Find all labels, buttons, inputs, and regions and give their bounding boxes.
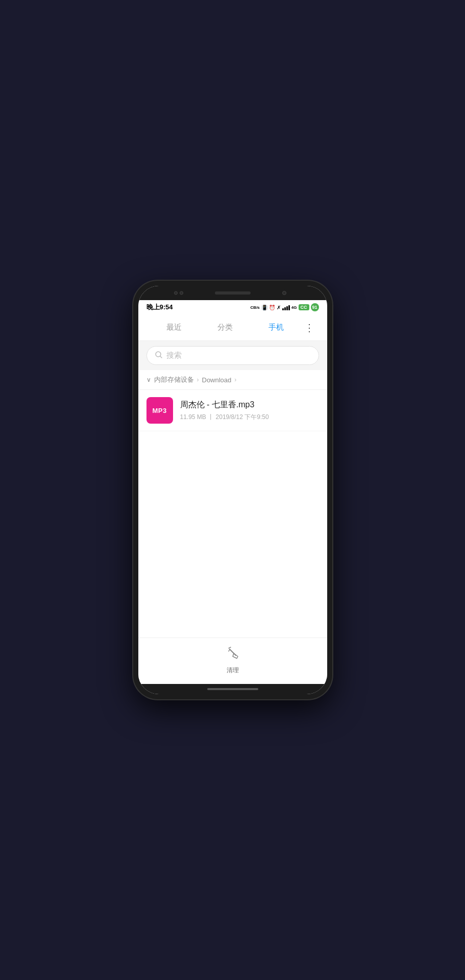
navigation-tabs: 最近 分类 手机 ⋮: [138, 314, 327, 341]
file-date: 2019/8/12 下午9:50: [216, 413, 269, 421]
signal-cross-icon: ✗: [277, 305, 281, 310]
breadcrumb-folder[interactable]: Download: [202, 376, 232, 384]
network-type-label: 4G: [291, 305, 297, 310]
file-meta: 11.95 MB 丨 2019/8/12 下午9:50: [180, 413, 319, 422]
file-name: 周杰伦 - 七里香.mp3: [180, 400, 319, 410]
signal-bar-4: [288, 305, 290, 310]
status-icons: CB/s 📳 ⏰ ✗ 4G CC 91: [251, 303, 319, 311]
signal-bar-3: [286, 306, 288, 310]
chevron-down-icon[interactable]: ∨: [146, 376, 151, 383]
more-menu-button[interactable]: ⋮: [302, 323, 317, 333]
search-bar[interactable]: 搜索: [146, 346, 319, 365]
breadcrumb-storage[interactable]: 内部存储设备: [154, 375, 194, 384]
network-speed-label: CB/s: [251, 305, 260, 310]
signal-bar-2: [284, 307, 286, 310]
svg-line-1: [160, 356, 162, 358]
front-camera: [282, 291, 286, 295]
breadcrumb-separator-1: ›: [197, 376, 199, 383]
breadcrumb-area: ∨ 内部存储设备 › Download ›: [138, 370, 327, 390]
search-container: 搜索: [138, 341, 327, 370]
tab-category[interactable]: 分类: [200, 321, 251, 334]
home-bar: [207, 688, 258, 690]
file-type-icon-mp3: MP3: [146, 397, 173, 424]
bottom-bar: 清理: [138, 638, 327, 684]
signal-bar-1: [282, 308, 284, 310]
tab-recent[interactable]: 最近: [149, 321, 200, 334]
search-placeholder-text: 搜索: [166, 351, 182, 360]
notch-dot-1: [174, 291, 178, 295]
file-item-mp3[interactable]: MP3 周杰伦 - 七里香.mp3 11.95 MB 丨 2019/8/12 下…: [138, 390, 327, 431]
file-size: 11.95 MB: [180, 413, 206, 421]
breadcrumb-separator-2: ›: [234, 376, 236, 383]
signal-strength-icon: [282, 304, 290, 310]
svg-line-3: [229, 647, 231, 648]
notch-dot-2: [180, 291, 183, 295]
battery-icon: CC: [299, 304, 309, 310]
clean-button[interactable]: 清理: [225, 644, 241, 675]
status-time: 晚上9:54: [146, 303, 173, 312]
clean-icon: [225, 644, 241, 664]
search-icon: [155, 351, 162, 360]
clock-icon: ⏰: [269, 305, 275, 310]
speaker-grille: [215, 291, 251, 295]
breadcrumb: ∨ 内部存储设备 › Download ›: [146, 375, 319, 384]
tab-phone[interactable]: 手机: [251, 321, 302, 334]
home-indicator: [138, 684, 327, 694]
svg-line-4: [229, 649, 230, 651]
notification-badge: 91: [311, 303, 319, 311]
vibrate-icon: 📳: [261, 305, 267, 310]
file-info: 周杰伦 - 七里香.mp3 11.95 MB 丨 2019/8/12 下午9:5…: [180, 400, 319, 422]
phone-notch: [138, 286, 327, 300]
clean-label: 清理: [227, 666, 239, 675]
file-list: MP3 周杰伦 - 七里香.mp3 11.95 MB 丨 2019/8/12 下…: [138, 390, 327, 638]
status-bar: 晚上9:54 CB/s 📳 ⏰ ✗ 4G CC 91: [138, 300, 327, 314]
file-meta-separator: 丨: [208, 413, 215, 421]
